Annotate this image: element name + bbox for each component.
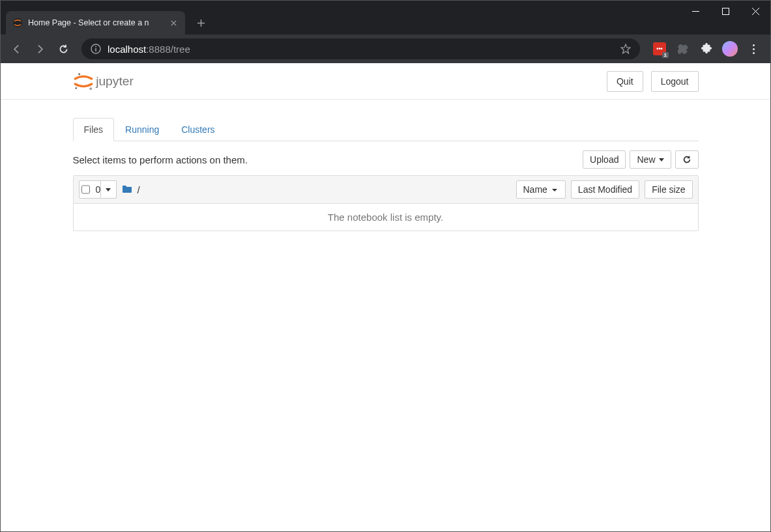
svg-point-6 [89,87,92,90]
sort-size-button[interactable]: File size [645,180,692,199]
window-maximize-button[interactable] [710,1,740,21]
address-bar[interactable]: localhost:8888/tree [81,38,640,59]
nav-back-button[interactable] [6,38,27,59]
tab-strip: Home Page - Select or create a n [1,1,210,35]
action-row: Select items to perform actions on them.… [73,150,699,169]
breadcrumb-root[interactable]: / [138,184,140,195]
extensions-menu-icon[interactable] [699,41,714,57]
tab-running[interactable]: Running [114,118,170,141]
select-menu-dropdown[interactable] [100,181,116,198]
arrow-down-icon [551,184,559,195]
folder-icon[interactable] [122,184,132,196]
nav-forward-button[interactable] [29,38,50,59]
select-all-checkbox[interactable]: 0 [80,183,100,196]
logout-button[interactable]: Logout [651,71,699,92]
new-tab-button[interactable] [192,14,210,32]
extension-lastpass-icon[interactable]: •••1 [652,41,667,57]
extension-badge: 1 [662,52,669,58]
url-text: localhost:8888/tree [108,44,614,55]
chrome-menu-button[interactable] [746,44,761,54]
url-host: localhost [108,44,146,55]
col-name-label: Name [523,184,547,195]
extensions-area: •••1 [648,41,765,57]
svg-point-5 [78,73,80,75]
profile-avatar[interactable] [722,41,738,57]
sort-modified-button[interactable]: Last Modified [571,180,639,199]
new-dropdown-button[interactable]: New [630,150,671,169]
select-all-input[interactable] [81,185,90,194]
site-info-icon[interactable] [91,44,101,54]
jupyter-body: Files Running Clusters Select items to p… [73,100,699,231]
empty-list-message: The notebook list is empty. [74,204,698,231]
upload-button[interactable]: Upload [583,150,626,169]
window-minimize-button[interactable] [680,1,710,21]
notebook-list-header: 0 / Name Last Modified [74,176,698,204]
jupyter-logo-text: jupyter [95,74,134,88]
browser-toolbar: localhost:8888/tree •••1 [1,35,770,63]
svg-point-4 [95,46,96,48]
window-controls [680,1,770,21]
caret-down-icon [659,158,664,161]
new-button-label: New [637,154,655,165]
notebook-list: 0 / Name Last Modified [73,175,699,231]
browser-tab[interactable]: Home Page - Select or create a n [6,11,185,35]
jupyter-header: jupyter Quit Logout [1,63,770,100]
tab-clusters[interactable]: Clusters [170,118,225,141]
svg-point-7 [75,87,77,89]
bookmark-star-icon[interactable] [620,44,631,54]
window-close-button[interactable] [740,1,770,21]
extension-generic-icon[interactable] [675,41,691,57]
sort-name-button[interactable]: Name [516,180,566,199]
jupyter-favicon [12,18,23,28]
action-hint-text: Select items to perform actions on them. [73,154,248,165]
url-path: :8888/tree [146,44,190,55]
quit-button[interactable]: Quit [607,71,643,92]
jupyter-tabs: Files Running Clusters [73,118,699,141]
select-group: 0 [79,180,117,199]
jupyter-logo[interactable]: jupyter [73,71,156,92]
nav-reload-button[interactable] [53,38,74,59]
tab-files[interactable]: Files [73,118,115,141]
svg-rect-1 [722,8,729,14]
caret-down-icon [106,188,111,191]
tab-title: Home Page - Select or create a n [28,18,163,27]
refresh-button[interactable] [675,150,699,169]
browser-titlebar: Home Page - Select or create a n [1,1,770,35]
page-viewport: jupyter Quit Logout Files Running Cluste… [1,63,770,532]
tab-close-button[interactable] [168,18,179,28]
